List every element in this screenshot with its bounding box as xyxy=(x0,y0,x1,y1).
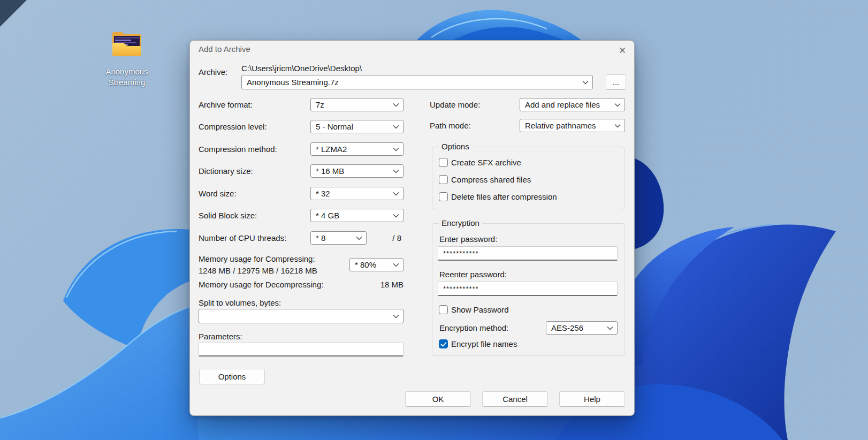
path-mode-label: Path mode: xyxy=(430,120,471,131)
delete-after-checkbox[interactable] xyxy=(439,192,448,201)
memory-compressing-detail: 1248 MB / 12975 MB / 16218 MB xyxy=(199,265,317,276)
compression-level-combobox[interactable]: 5 - Normal xyxy=(310,120,403,133)
close-icon[interactable]: ✕ xyxy=(613,42,632,58)
solid-block-size-combobox[interactable]: * 4 GB xyxy=(310,209,403,222)
desktop: Anonymous Streaming Add to Archive ✕ Arc… xyxy=(0,0,868,440)
cancel-button[interactable]: Cancel xyxy=(482,391,548,407)
create-sfx-label: Create SFX archive xyxy=(451,158,521,168)
check-icon xyxy=(440,342,447,347)
show-password-label: Show Password xyxy=(451,305,509,315)
chevron-down-icon xyxy=(607,326,613,330)
cpu-threads-label: Number of CPU threads: xyxy=(199,233,286,244)
solid-block-size-label: Solid Block size: xyxy=(199,210,257,221)
parameters-input[interactable] xyxy=(199,343,403,356)
enter-password-input[interactable]: *********** xyxy=(438,246,618,261)
word-size-label: Word size: xyxy=(199,188,237,199)
create-sfx-checkbox[interactable] xyxy=(439,158,448,167)
reenter-password-input[interactable]: *********** xyxy=(438,282,618,296)
compress-shared-label: Compress shared files xyxy=(451,175,531,185)
encryption-method-label: Encryption method: xyxy=(439,323,508,333)
archive-format-combobox[interactable]: 7z xyxy=(310,98,403,111)
options-button[interactable]: Options xyxy=(199,369,265,384)
parameters-label: Parameters: xyxy=(199,331,242,342)
reenter-password-label: Reenter password: xyxy=(439,269,507,280)
chevron-down-icon xyxy=(393,263,399,267)
update-mode-combobox[interactable]: Add and replace files xyxy=(520,98,625,111)
desktop-icon-anonymous-streaming[interactable]: Anonymous Streaming xyxy=(92,30,162,88)
archive-label: Archive: xyxy=(199,67,227,78)
browse-button[interactable]: ... xyxy=(606,74,626,90)
cpu-threads-combobox[interactable]: * 8 xyxy=(310,231,367,245)
archive-path: C:\Users\jricm\OneDrive\Desktop\ xyxy=(241,63,362,74)
chevron-down-icon xyxy=(393,103,399,107)
chevron-down-icon xyxy=(393,314,399,318)
encryption-group-title: Encryption xyxy=(439,218,482,227)
encryption-method-combobox[interactable]: AES-256 xyxy=(546,321,618,335)
update-mode-label: Update mode: xyxy=(430,100,480,110)
chevron-down-icon xyxy=(393,192,399,196)
chevron-down-icon xyxy=(393,169,399,173)
dictionary-size-combobox[interactable]: * 16 MB xyxy=(310,164,403,178)
split-volumes-label: Split to volumes, bytes: xyxy=(199,298,281,308)
memory-decompressing-value: 18 MB xyxy=(350,279,403,290)
dictionary-size-label: Dictionary size: xyxy=(199,166,253,177)
memory-compressing-label: Memory usage for Compressing: xyxy=(199,254,315,264)
archive-format-label: Archive format: xyxy=(199,100,253,110)
word-size-combobox[interactable]: * 32 xyxy=(310,187,403,200)
cpu-threads-total: / 8 xyxy=(378,233,401,244)
chevron-down-icon xyxy=(356,236,362,240)
add-to-archive-dialog: Add to Archive ✕ Archive: C:\Users\jricm… xyxy=(189,40,635,416)
chevron-down-icon xyxy=(614,124,621,128)
compression-level-label: Compression level: xyxy=(199,122,267,132)
dialog-title: Add to Archive xyxy=(199,44,250,54)
chevron-down-icon xyxy=(393,125,399,129)
help-button[interactable]: Help xyxy=(559,391,625,407)
chevron-down-icon xyxy=(614,103,621,107)
chevron-down-icon xyxy=(582,80,589,85)
split-volumes-combobox[interactable] xyxy=(199,309,403,323)
chevron-down-icon xyxy=(393,147,399,151)
encrypt-file-names-checkbox[interactable] xyxy=(439,339,448,348)
memory-usage-combobox[interactable]: * 80% xyxy=(349,258,403,271)
show-password-checkbox[interactable] xyxy=(439,305,448,314)
compress-shared-checkbox[interactable] xyxy=(439,175,448,184)
memory-decompressing-label: Memory usage for Decompressing: xyxy=(199,279,323,290)
folder-icon xyxy=(110,30,143,57)
encrypt-file-names-label: Encrypt file names xyxy=(451,339,517,349)
chevron-down-icon xyxy=(393,214,399,218)
desktop-icon-label: Anonymous Streaming xyxy=(92,66,162,88)
enter-password-label: Enter password: xyxy=(439,234,497,245)
delete-after-label: Delete files after compression xyxy=(451,192,557,202)
ok-button[interactable]: OK xyxy=(405,391,471,407)
compression-method-combobox[interactable]: * LZMA2 xyxy=(310,142,403,156)
compression-method-label: Compression method: xyxy=(199,144,277,155)
path-mode-combobox[interactable]: Relative pathnames xyxy=(520,119,625,132)
options-group-title: Options xyxy=(439,142,472,151)
archive-name-combobox[interactable]: Anonymous Streaming.7z xyxy=(241,75,593,89)
